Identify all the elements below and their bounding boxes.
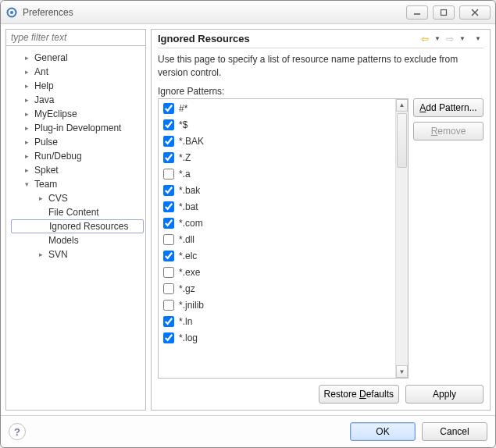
help-icon[interactable]: ? bbox=[9, 423, 26, 440]
preferences-tree[interactable]: ▸General▸Ant▸Help▸Java▸MyEclipse▸Plug-in… bbox=[5, 46, 146, 411]
scrollbar[interactable]: ▲ ▼ bbox=[395, 99, 408, 378]
tree-item[interactable]: ▸Spket bbox=[11, 163, 144, 177]
pattern-checkbox[interactable] bbox=[163, 119, 174, 130]
preferences-window: Preferences ▸General▸Ant▸Help▸Java▸MyEcl… bbox=[0, 0, 496, 448]
tree-item-label: Ant bbox=[34, 66, 48, 77]
chevron-right-icon[interactable]: ▸ bbox=[25, 138, 33, 146]
pattern-row[interactable]: *.bat bbox=[160, 199, 394, 215]
chevron-right-icon[interactable]: ▸ bbox=[25, 96, 33, 104]
pattern-label: *.a bbox=[179, 169, 191, 180]
back-menu-icon[interactable]: ▼ bbox=[432, 34, 443, 44]
tree-item[interactable]: Ignored Resources bbox=[11, 219, 144, 233]
pattern-checkbox[interactable] bbox=[163, 316, 174, 327]
tree-item[interactable]: Models bbox=[11, 233, 144, 247]
scroll-down-icon[interactable]: ▼ bbox=[396, 365, 408, 378]
pattern-checkbox[interactable] bbox=[163, 136, 174, 147]
pattern-row[interactable]: *.exe bbox=[160, 265, 394, 281]
pattern-checkbox[interactable] bbox=[163, 251, 174, 261]
pattern-checkbox[interactable] bbox=[163, 201, 174, 212]
chevron-down-icon[interactable]: ▾ bbox=[25, 180, 33, 188]
pattern-row[interactable]: #* bbox=[160, 101, 394, 117]
pattern-checkbox[interactable] bbox=[163, 103, 174, 114]
pattern-checkbox[interactable] bbox=[163, 267, 174, 278]
pattern-checkbox[interactable] bbox=[163, 152, 174, 163]
tree-item[interactable]: ▸Plug-in Development bbox=[11, 121, 144, 135]
pattern-label: *.jnilib bbox=[179, 300, 204, 311]
forward-icon[interactable]: ⇨ bbox=[444, 34, 455, 44]
pattern-row[interactable]: *.elc bbox=[160, 248, 394, 265]
pattern-checkbox[interactable] bbox=[163, 185, 174, 196]
content-area: ▸General▸Ant▸Help▸Java▸MyEclipse▸Plug-in… bbox=[1, 24, 495, 415]
filter-input[interactable] bbox=[9, 31, 142, 44]
side-buttons: Add Pattern... Remove bbox=[413, 98, 484, 379]
view-menu-icon[interactable]: ▼ bbox=[473, 34, 484, 44]
pattern-checkbox[interactable] bbox=[163, 283, 174, 294]
tree-item[interactable]: ▸Pulse bbox=[11, 135, 144, 149]
scroll-thumb[interactable] bbox=[397, 113, 407, 168]
tree-item-label: Java bbox=[34, 94, 54, 105]
scroll-up-icon[interactable]: ▲ bbox=[396, 99, 408, 112]
tree-item-label: General bbox=[34, 52, 68, 63]
apply-button[interactable]: Apply bbox=[405, 385, 484, 404]
svg-rect-3 bbox=[441, 9, 447, 15]
chevron-right-icon[interactable]: ▸ bbox=[25, 68, 33, 76]
pattern-row[interactable]: *$ bbox=[160, 117, 394, 133]
tree-item-label: MyEclipse bbox=[34, 108, 77, 119]
cancel-button[interactable]: Cancel bbox=[422, 422, 487, 441]
chevron-right-icon[interactable]: ▸ bbox=[25, 82, 33, 90]
filter-box[interactable] bbox=[5, 29, 146, 46]
chevron-right-icon[interactable]: ▸ bbox=[25, 124, 33, 132]
pattern-checkbox[interactable] bbox=[163, 332, 174, 343]
tree-item[interactable]: ▸General bbox=[11, 51, 144, 65]
tree-item[interactable]: ▾Team bbox=[11, 177, 144, 191]
left-panel: ▸General▸Ant▸Help▸Java▸MyEclipse▸Plug-in… bbox=[5, 29, 146, 411]
chevron-right-icon[interactable]: ▸ bbox=[39, 251, 47, 258]
back-icon[interactable]: ⇦ bbox=[419, 34, 430, 44]
chevron-right-icon[interactable]: ▸ bbox=[25, 110, 33, 118]
pattern-row[interactable]: *.com bbox=[160, 215, 394, 232]
tree-item[interactable]: ▸Java bbox=[11, 93, 144, 107]
pattern-label: *.bat bbox=[179, 201, 198, 212]
chevron-right-icon[interactable]: ▸ bbox=[25, 166, 33, 174]
remove-button[interactable]: Remove bbox=[413, 122, 484, 140]
chevron-right-icon[interactable]: ▸ bbox=[25, 54, 33, 62]
add-pattern-button[interactable]: Add Pattern... bbox=[413, 98, 484, 117]
pattern-label: #* bbox=[179, 103, 187, 114]
pattern-row[interactable]: *.bak bbox=[160, 183, 394, 199]
tree-item[interactable]: ▸Run/Debug bbox=[11, 149, 144, 163]
pattern-row[interactable]: *.a bbox=[160, 166, 394, 183]
tree-item[interactable]: ▸Ant bbox=[11, 65, 144, 79]
tree-item-label: Ignored Resources bbox=[49, 221, 128, 232]
ok-button[interactable]: OK bbox=[350, 422, 416, 441]
tree-item-label: Team bbox=[34, 179, 57, 190]
tree-item[interactable]: ▸SVN bbox=[11, 247, 144, 261]
page-header: Ignored Resources ⇦ ▼ ⇨ ▼ ▼ bbox=[158, 33, 484, 48]
maximize-button[interactable] bbox=[433, 5, 455, 20]
tree-item[interactable]: ▸MyEclipse bbox=[11, 107, 144, 121]
pattern-checkbox[interactable] bbox=[163, 218, 174, 229]
chevron-right-icon[interactable]: ▸ bbox=[25, 152, 33, 160]
pattern-checkbox[interactable] bbox=[163, 169, 174, 180]
pattern-label: *.bak bbox=[179, 185, 200, 196]
tree-item-label: CVS bbox=[48, 193, 68, 204]
tree-item[interactable]: File Content bbox=[11, 205, 144, 219]
restore-defaults-button[interactable]: Restore Defaults bbox=[319, 385, 399, 404]
pattern-row[interactable]: *.gz bbox=[160, 281, 394, 297]
pattern-row[interactable]: *.ln bbox=[160, 314, 394, 330]
pattern-checkbox[interactable] bbox=[163, 234, 174, 245]
chevron-right-icon[interactable]: ▸ bbox=[39, 194, 47, 202]
pattern-row[interactable]: *.log bbox=[160, 330, 394, 347]
close-button[interactable] bbox=[459, 5, 491, 20]
pattern-checkbox[interactable] bbox=[163, 300, 174, 311]
forward-menu-icon[interactable]: ▼ bbox=[457, 34, 468, 44]
window-buttons bbox=[406, 5, 491, 20]
pattern-row[interactable]: *.jnilib bbox=[160, 297, 394, 314]
tree-item[interactable]: ▸Help bbox=[11, 79, 144, 93]
minimize-button[interactable] bbox=[406, 5, 428, 20]
patterns-list[interactable]: #**$*.BAK*.Z*.a*.bak*.bat*.com*.dll*.elc… bbox=[159, 99, 395, 378]
pattern-row[interactable]: *.BAK bbox=[160, 133, 394, 150]
pattern-row[interactable]: *.dll bbox=[160, 232, 394, 248]
page-description: Use this page to specify a list of resou… bbox=[158, 53, 484, 80]
tree-item[interactable]: ▸CVS bbox=[11, 191, 144, 205]
pattern-row[interactable]: *.Z bbox=[160, 150, 394, 166]
